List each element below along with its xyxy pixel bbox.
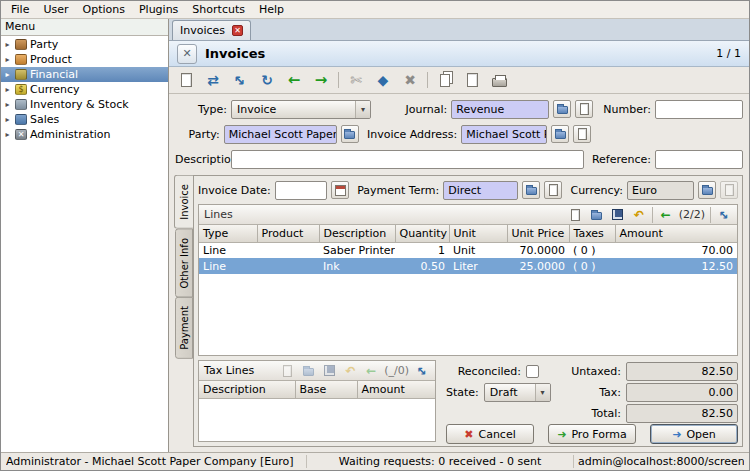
sidebar-item-inventory[interactable]: ▸ Inventory & Stock (1, 97, 168, 112)
menu-file[interactable]: File (4, 2, 36, 17)
attach-icon[interactable]: ✄ (346, 70, 366, 90)
journal-new-button[interactable] (575, 100, 593, 118)
line-open-icon[interactable] (589, 207, 605, 223)
reference-field[interactable] (655, 150, 743, 169)
fullscreen-icon[interactable]: ↔ (226, 66, 254, 94)
col-header-taxes[interactable]: Taxes (569, 225, 615, 242)
payment-term-new-button[interactable] (544, 181, 562, 199)
menu-plugins[interactable]: Plugins (132, 2, 185, 17)
next-icon[interactable]: → (311, 70, 331, 90)
state-select[interactable]: Draft ▾ (484, 383, 551, 402)
cancel-button[interactable]: ✖ Cancel (446, 424, 534, 444)
new-icon[interactable] (176, 70, 196, 90)
tab-invoices[interactable]: Invoices ✕ (172, 20, 251, 40)
line-previous-icon[interactable]: ← (658, 207, 674, 223)
switch-view-icon[interactable]: ⇄ (203, 70, 223, 90)
payment-term-open-button[interactable] (522, 181, 540, 199)
menu-user[interactable]: User (36, 2, 75, 17)
titlebar: ✕ Invoices 1 / 1 (169, 41, 749, 67)
form-tools-icon[interactable]: ✕ (177, 44, 197, 64)
sidebar-item-currency[interactable]: ▸ $ Currency (1, 82, 168, 97)
col-header-description[interactable]: Description (319, 225, 395, 242)
col-header-quantity[interactable]: Quantity (395, 225, 449, 242)
tax-previous-icon[interactable]: ← (363, 363, 379, 379)
col-header-unit-price[interactable]: Unit Price (507, 225, 569, 242)
table-row[interactable]: Line Saber Printer 1 Unit 70.0000 ( 0 ) … (199, 242, 737, 258)
invoice-address-field[interactable]: Michael Scott Paper Co (461, 125, 547, 144)
line-undo-icon[interactable]: ↶ (631, 207, 647, 223)
invoice-address-new-button[interactable] (573, 125, 591, 143)
toolbar-separator (427, 72, 428, 88)
col-header-type[interactable]: Type (199, 225, 257, 242)
new-record-icon (725, 184, 734, 196)
currency-new-button[interactable] (720, 181, 738, 199)
pro-forma-button[interactable]: ➜ Pro Forma (548, 424, 636, 444)
reconciled-checkbox[interactable] (526, 365, 539, 378)
reload-icon[interactable]: ↻ (257, 70, 277, 90)
menu-shortcuts[interactable]: Shortcuts (185, 2, 252, 17)
tryton-window: File User Options Plugins Shortcuts Help… (0, 0, 750, 471)
invoice-address-open-button[interactable] (551, 125, 569, 143)
type-select[interactable]: Invoice ▾ (231, 100, 371, 119)
expander-icon[interactable]: ▸ (3, 115, 12, 124)
note-icon[interactable]: ◆ (373, 70, 393, 90)
duplicate-icon[interactable] (435, 70, 455, 90)
number-field[interactable] (655, 100, 743, 119)
tax-new-icon[interactable] (279, 363, 295, 379)
tax-label: Tax: (572, 386, 621, 399)
sidebar-item-administration[interactable]: ▸ ✕ Administration (1, 127, 168, 142)
tax-save-icon[interactable] (321, 363, 337, 379)
print-icon[interactable] (489, 70, 509, 90)
col-header-amount[interactable]: Amount (615, 225, 737, 242)
line-expand-icon[interactable]: ↔ (713, 203, 736, 226)
delete-icon[interactable]: ✖ (400, 70, 420, 90)
currency-field[interactable]: Euro (627, 181, 694, 200)
invoice-address-value: Michael Scott Paper Co (466, 128, 547, 141)
col-header-description[interactable]: Description (199, 381, 295, 398)
tab-payment[interactable]: Payment (175, 297, 193, 359)
expander-icon[interactable]: ▸ (3, 130, 12, 139)
journal-open-button[interactable] (553, 100, 571, 118)
table-row-selected[interactable]: Line Ink 0.50 Liter 25.0000 ( 0 ) 12.50 (199, 258, 737, 274)
line-save-icon[interactable] (610, 207, 626, 223)
menu-help[interactable]: Help (252, 2, 291, 17)
toolbar-separator (338, 72, 339, 88)
col-header-product[interactable]: Product (257, 225, 319, 242)
tab-invoice[interactable]: Invoice (174, 175, 193, 229)
expander-icon[interactable]: ▸ (3, 85, 12, 94)
tax-lines-empty-area[interactable] (199, 399, 435, 442)
expander-icon[interactable]: ▸ (3, 55, 12, 64)
sidebar-item-product[interactable]: ▸ Product (1, 52, 168, 67)
col-header-base[interactable]: Base (295, 381, 357, 398)
party-field[interactable]: Michael Scott Paper Co (224, 125, 337, 144)
tab-other-info[interactable]: Other Info (175, 229, 193, 298)
currency-open-button[interactable] (698, 181, 716, 199)
untaxed-value: 82.50 (702, 365, 734, 378)
party-label: Party: (175, 128, 220, 141)
tab-close-icon[interactable]: ✕ (232, 25, 243, 36)
line-new-icon[interactable] (568, 207, 584, 223)
expander-icon[interactable]: ▸ (3, 100, 12, 109)
col-header-amount[interactable]: Amount (357, 381, 435, 398)
journal-field[interactable]: Revenue (451, 100, 549, 119)
tax-open-icon[interactable] (300, 363, 316, 379)
sidebar-item-financial[interactable]: ▸ Financial (1, 67, 168, 82)
export-icon[interactable] (462, 70, 482, 90)
sidebar-item-party[interactable]: ▸ Party (1, 37, 168, 52)
reference-label: Reference: (592, 153, 651, 166)
folder-icon (555, 131, 566, 139)
col-header-unit[interactable]: Unit (449, 225, 507, 242)
calendar-button[interactable] (331, 181, 349, 199)
tax-undo-icon[interactable]: ↶ (342, 363, 358, 379)
expander-icon[interactable]: ▸ (3, 70, 12, 79)
menu-options[interactable]: Options (76, 2, 132, 17)
tax-expand-icon[interactable]: ↔ (411, 359, 434, 382)
description-field[interactable] (231, 150, 584, 169)
expander-icon[interactable]: ▸ (3, 40, 12, 49)
party-open-button[interactable] (341, 125, 359, 143)
payment-term-field[interactable]: Direct (443, 181, 518, 200)
sidebar-item-sales[interactable]: ▸ Sales (1, 112, 168, 127)
open-button[interactable]: ➜ Open (650, 424, 738, 444)
previous-icon[interactable]: ← (284, 70, 304, 90)
invoice-date-field[interactable] (275, 181, 327, 200)
